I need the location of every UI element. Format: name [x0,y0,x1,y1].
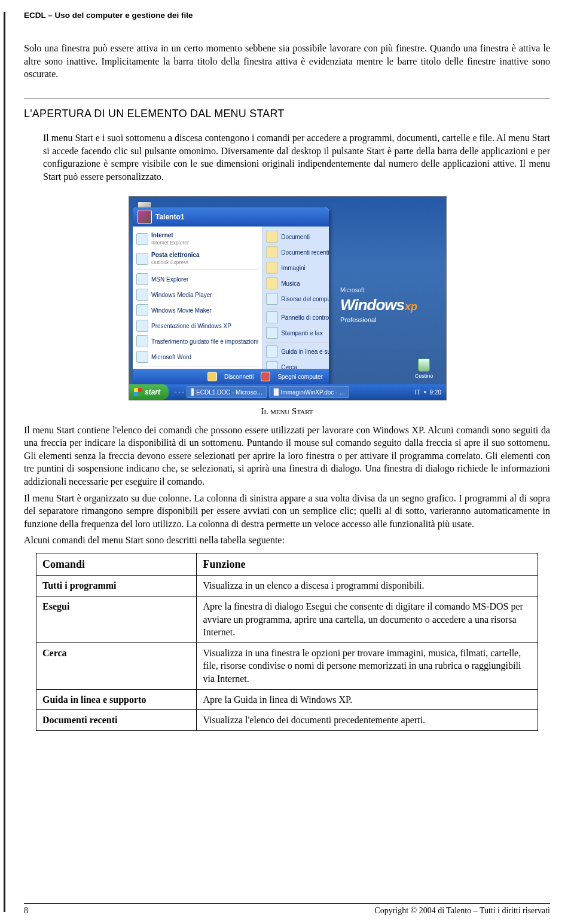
recycle-bin[interactable]: Cestino [414,359,434,380]
paragraph-after-1: Il menu Start contiene l'elenco dei coma… [24,424,550,488]
commands-table: Comandi Funzione Tutti i programmi Visua… [36,553,538,731]
running-header: ECDL – Uso del computer e gestione dei f… [24,11,193,20]
commands-table-wrap: Comandi Funzione Tutti i programmi Visua… [36,553,538,731]
document-body: Solo una finestra può essere attiva in u… [24,0,550,731]
taskbar-item-label: ImmaginiWinXP.doc - … [281,388,346,397]
shutdown-button[interactable]: Spegni computer [277,373,323,381]
menu-separator [266,308,329,308]
menu-item-moviemaker[interactable]: Windows Movie Maker [135,302,259,318]
menu-item-printers[interactable]: Stampanti e fax [265,325,329,341]
start-button[interactable]: start [129,384,169,400]
user-avatar-icon [138,210,152,224]
menu-item-label: Pannello di controllo [281,314,329,322]
section-title: L'APERTURA DI UN ELEMENTO DAL MENU START [24,106,550,121]
paragraph-after-3: Alcuni comandi del menu Start sono descr… [24,534,550,547]
taskbar-item-label: ECDL1.DOC - Microso… [196,388,262,397]
printer-icon [266,327,278,339]
wmp-icon [136,289,148,301]
word-icon [136,351,148,363]
language-indicator[interactable]: IT [415,388,420,397]
taskbar-item-word1[interactable]: ECDL1.DOC - Microso… [187,386,267,398]
cmd-desc: Apre la Guida in linea di Windows XP. [197,689,538,710]
left-page-border [4,12,5,912]
table-row: Documenti recenti Visualizza l'elenco de… [36,710,538,731]
shutdown-icon [261,372,270,381]
menu-item-recent[interactable]: Documenti recenti [265,244,329,260]
start-menu-footer: Disconnetti Spegni computer [133,369,329,384]
menu-item-pictures[interactable]: Immagini [265,260,329,276]
cmd-name: Cerca [36,642,197,689]
logoff-icon [207,372,217,381]
cmd-name: Documenti recenti [36,710,197,731]
logo-xp: xp [405,301,417,313]
page: ECDL – Uso del computer e gestione dei f… [0,0,574,924]
mail-icon [136,253,148,265]
clock: 9:20 [430,388,441,397]
section-paragraph-1: Il menu Start e i suoi sottomenu a disce… [43,131,550,183]
section-rule [24,99,550,99]
menu-separator [136,270,258,270]
msn-icon [136,273,148,285]
menu-item-label: Stampanti e fax [281,329,322,338]
copyright: Copyright © 2004 di Talento – Tutti i di… [374,906,550,916]
menu-item-label: Posta elettronica [151,252,200,258]
menu-item-label: Risorse del computer [281,295,329,304]
menu-item-label: Windows Media Player [151,291,212,299]
start-menu-left-column: InternetInternet Explorer Posta elettron… [133,227,262,369]
cmd-desc: Visualizza l'elenco dei documenti preced… [197,710,538,731]
logo-windows: Windows [340,296,404,314]
start-menu-right-column: Documenti Documenti recenti Immagini Mus… [262,227,329,369]
system-tray[interactable]: IT 9:20 [410,388,446,397]
menu-item-label: Musica [281,280,300,288]
folder-icon [266,262,278,274]
intro-paragraph: Solo una finestra può essere attiva in u… [24,42,550,81]
menu-separator [266,342,329,342]
figure-caption: Il menu Start [24,405,550,417]
start-menu-columns: InternetInternet Explorer Posta elettron… [133,227,329,369]
menu-separator [136,366,258,366]
table-row: Esegui Apre la finestra di dialogo Esegu… [36,596,538,642]
help-icon [266,345,278,357]
taskbar: start ◦ ◦ ◦ ECDL1.DOC - Microso… Immagin… [129,384,446,400]
menu-item-internet[interactable]: InternetInternet Explorer [135,229,259,249]
ie-icon [136,233,148,245]
menu-item-label: Trasferimento guidato file e impostazion… [151,338,258,346]
menu-item-controlpanel[interactable]: Pannello di controllo [265,310,329,325]
menu-item-transfer[interactable]: Trasferimento guidato file e impostazion… [135,334,259,349]
paragraph-after-2: Il menu Start è organizzato su due colon… [24,492,550,531]
menu-item-msn[interactable]: MSN Explorer [135,271,259,287]
cmd-desc: Visualizza in un elenco a discesa i prog… [197,576,538,596]
start-menu: Talento1 InternetInternet Explorer Posta… [133,207,329,384]
menu-item-help[interactable]: Guida in linea e supporto… [265,344,329,359]
menu-item-word[interactable]: Microsoft Word [135,349,259,365]
tour-icon [136,320,148,332]
menu-item-label: Windows Movie Maker [151,307,212,315]
xp-desktop: Documenti Microsoft Windowsxp Profession… [129,196,447,400]
menu-item-tour[interactable]: Presentazione di Windows XP [135,318,259,334]
figure-start-menu: Documenti Microsoft Windowsxp Profession… [129,196,445,400]
quicklaunch[interactable]: ◦ ◦ ◦ [175,388,184,397]
menu-item-email[interactable]: Posta elettronicaOutlook Express [135,249,259,268]
menu-item-mycomputer[interactable]: Risorse del computer [265,291,329,307]
folder-icon [266,231,278,243]
table-row: Cerca Visualizza in una finestra le opzi… [36,642,538,689]
windows-logo: Microsoft Windowsxp Professional [340,286,417,324]
section-title-text: L'APERTURA DI UN ELEMENTO DAL MENU START [24,108,285,120]
menu-item-label: Microsoft Word [151,353,191,362]
menu-item-music[interactable]: Musica [265,276,329,291]
table-header-row: Comandi Funzione [36,553,538,576]
menu-item-documents[interactable]: Documenti [265,229,329,244]
taskbar-item-word2[interactable]: ImmaginiWinXP.doc - … [269,386,349,398]
logo-ms: Microsoft [340,286,417,295]
table-header-commands: Comandi [36,553,197,576]
computer-icon [266,293,278,305]
moviemaker-icon [136,304,148,316]
cmd-desc: Visualizza in una finestra le opzioni pe… [197,642,538,689]
windows-flag-icon [134,388,142,396]
cmd-name: Tutti i programmi [36,576,197,596]
user-name: Talento1 [155,212,184,222]
menu-item-wmp[interactable]: Windows Media Player [135,287,259,302]
logoff-button[interactable]: Disconnetti [224,373,254,381]
section-body: Il menu Start e i suoi sottomenu a disce… [43,131,550,183]
menu-item-label: Presentazione di Windows XP [151,322,231,331]
